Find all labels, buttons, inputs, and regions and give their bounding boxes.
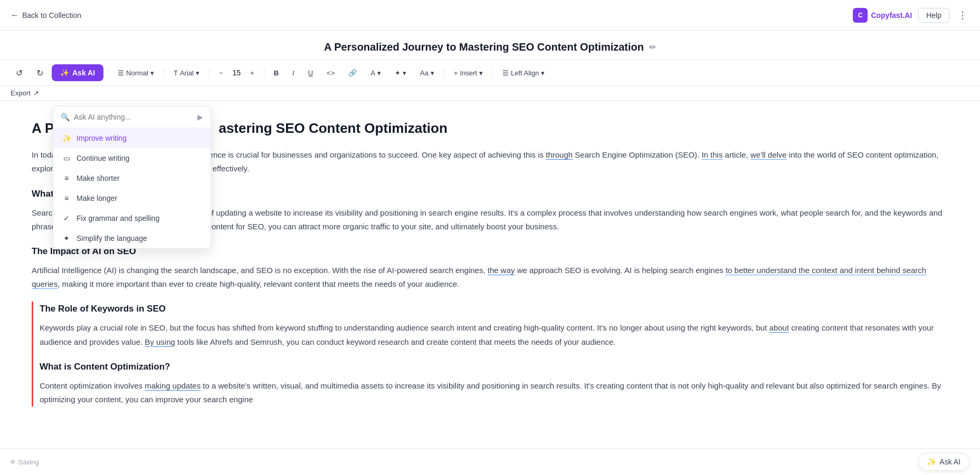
in-this-link: In this — [701, 150, 722, 159]
link-button[interactable]: 🔗 — [343, 66, 362, 80]
divider — [492, 67, 493, 78]
send-icon[interactable]: ▶ — [197, 113, 203, 121]
saving-status: Saving — [11, 458, 39, 466]
check-icon: ✓ — [62, 214, 71, 222]
font-size-decrease[interactable]: − — [214, 66, 229, 80]
editor-container: 🔍 ▶ ✨ Improve writing ▭ Continue writing… — [0, 101, 980, 470]
longer-icon: ≡ — [62, 194, 71, 202]
menu-item-make-longer[interactable]: ≡ Make longer — [53, 188, 211, 208]
underline-button[interactable]: U — [303, 66, 318, 80]
ai-impact-paragraph: Artificial Intelligence (AI) is changing… — [32, 264, 948, 292]
back-to-collection-button[interactable]: ← Back to Collection — [11, 11, 81, 20]
redo-button[interactable]: ↻ — [31, 65, 49, 81]
menu-item-simplify-language[interactable]: ✦ Simplify the language — [53, 228, 211, 248]
divider — [164, 67, 164, 78]
keywords-heading: The Role of Keywords in SEO — [40, 302, 948, 317]
share-icon: ↗ — [33, 89, 39, 97]
to-better-link: to better understand the context and int… — [32, 266, 926, 288]
font-icon: T — [174, 69, 178, 77]
ai-search-input[interactable] — [74, 113, 193, 121]
chevron-down-icon: ▾ — [150, 69, 154, 77]
align-icon: ☰ — [502, 69, 509, 77]
list-icon: ☰ — [118, 69, 124, 77]
menu-item-continue-writing[interactable]: ▭ Continue writing — [53, 148, 211, 168]
shorter-icon: ≡ — [62, 174, 71, 182]
chevron-down-icon: ▾ — [541, 69, 545, 77]
bold-button[interactable]: B — [269, 66, 284, 80]
menu-item-make-shorter[interactable]: ≡ Make shorter — [53, 168, 211, 188]
text-color-button[interactable]: A ▾ — [365, 66, 386, 80]
chevron-down-icon: ▾ — [196, 69, 199, 77]
ask-ai-button[interactable]: ✨ Ask AI — [52, 64, 103, 81]
well-delve-link: we'll delve — [750, 150, 787, 159]
divider — [264, 67, 264, 78]
secondary-toolbar: Export ↗ — [0, 86, 980, 101]
keywords-paragraph: Keywords play a crucial role in SEO, but… — [40, 321, 948, 349]
divider — [108, 67, 108, 78]
more-options-button[interactable]: ⋮ — [956, 9, 969, 21]
font-size-display: 15 — [232, 69, 242, 77]
code-button[interactable]: <> — [321, 66, 340, 80]
chevron-down-icon: ▾ — [431, 69, 434, 77]
font-dropdown[interactable]: T Arial ▾ — [168, 66, 205, 80]
style-dropdown[interactable]: ☰ Normal ▾ — [112, 66, 159, 80]
by-using-link: By using — [145, 337, 175, 346]
fab-star-icon: ✨ — [927, 458, 936, 466]
chevron-down-icon: ▾ — [479, 69, 483, 77]
ask-ai-fab-button[interactable]: ✨ Ask AI — [918, 453, 969, 470]
title-area: A Personalized Journey to Mastering SEO … — [0, 31, 980, 60]
divider — [209, 67, 210, 78]
ai-dropdown-menu: 🔍 ▶ ✨ Improve writing ▭ Continue writing… — [53, 106, 211, 249]
keywords-section: The Role of Keywords in SEO Keywords pla… — [32, 302, 948, 406]
highlight-button[interactable]: ✦ ▾ — [389, 66, 412, 80]
about-link: about — [769, 323, 789, 332]
continue-icon: ▭ — [62, 154, 71, 162]
chevron-down-icon: ▾ — [377, 69, 381, 77]
edit-title-icon[interactable]: ✏ — [649, 42, 656, 52]
align-button[interactable]: ☰ Left Align ▾ — [497, 66, 550, 80]
menu-item-improve-writing[interactable]: ✨ Improve writing — [53, 128, 211, 148]
making-updates-link: making updates — [145, 381, 201, 390]
main-toolbar: ↺ ↻ ✨ Ask AI ☰ Normal ▾ T Arial ▾ − 15 +… — [0, 60, 980, 86]
insert-button[interactable]: + Insert ▾ — [449, 66, 488, 80]
document-title: A Personalized Journey to Mastering SEO … — [324, 41, 644, 53]
content-opt-paragraph: Content optimization involves making upd… — [40, 379, 948, 407]
brand-icon: C — [853, 8, 868, 23]
case-button[interactable]: Aa ▾ — [415, 66, 440, 80]
status-bar: Saving ✨ Ask AI — [0, 448, 980, 470]
through-link: through — [546, 150, 573, 159]
menu-item-fix-grammar[interactable]: ✓ Fix grammar and spelling — [53, 208, 211, 228]
dropdown-search-area: 🔍 ▶ — [53, 106, 211, 128]
saving-dot-icon — [11, 460, 15, 464]
content-opt-heading: What is Content Optimization? — [40, 360, 948, 375]
brand-logo: C Copyfast.AI — [853, 8, 912, 23]
back-arrow-icon: ← — [11, 11, 19, 20]
export-button[interactable]: Export ↗ — [11, 89, 39, 97]
divider — [444, 67, 444, 78]
sparkle-icon: ✨ — [60, 69, 69, 77]
italic-button[interactable]: I — [287, 66, 300, 80]
the-way-link: the way — [488, 266, 515, 275]
chevron-down-icon: ▾ — [403, 69, 406, 77]
search-icon: 🔍 — [61, 113, 70, 121]
font-size-increase[interactable]: + — [245, 66, 260, 80]
help-button[interactable]: Help — [918, 8, 949, 23]
improve-icon: ✨ — [62, 134, 71, 142]
simplify-icon: ✦ — [62, 234, 71, 243]
undo-button[interactable]: ↺ — [11, 65, 28, 81]
